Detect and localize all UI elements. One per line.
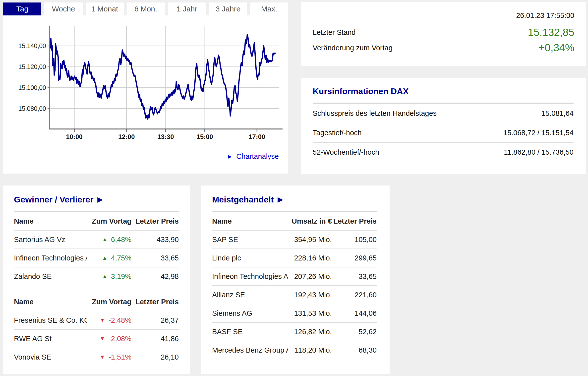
triangle-up-icon: ▲ [102,274,108,279]
last-value-label: Letzter Stand [313,28,356,37]
change-percent: 4,75% [111,254,131,262]
last-price: 105,00 [332,236,377,244]
kursinfo-value: 15.081,64 [541,109,574,118]
stock-name: Infineon Technologies AG [212,272,288,281]
kursinfo-row: 52-Wochentief/-hoch 11.862,80 / 15.736,5… [313,143,574,162]
change-percent: 6,48% [111,236,131,244]
change-label: Veränderung zum Vortag [313,44,393,52]
chartanalyse-label: Chartanalyse [236,152,279,161]
last-price: 33,65 [332,272,377,281]
dax-dashboard: Tag Woche 1 Monat 6 Mon. 1 Jahr 3 Jahre … [0,0,588,376]
last-value: 15.132,85 [528,26,574,38]
tab-1-jahr[interactable]: 1 Jahr [168,2,206,15]
change-percent: -1,51% [109,353,131,361]
change-value: +0,34% [538,42,574,54]
tab-1-monat[interactable]: 1 Monat [86,2,124,15]
volume-value: 228,16 Mio. [288,254,332,262]
stock-name: Allianz SE [212,291,288,299]
meistgehandelt-link[interactable]: Meistgehandelt ▶ [212,194,377,204]
svg-text:15.100,00: 15.100,00 [18,84,46,91]
tab-woche[interactable]: Woche [44,2,82,15]
volume-value: 354,95 Mio. [288,236,332,244]
last-price: 33,65 [131,254,179,262]
most-traded-row: Siemens AG 131,53 Mio. 144,06 [212,304,377,322]
stock-name: SAP SE [212,236,288,244]
gainer-row: Infineon Technologies AG ▲ 4,75% 33,65 [14,249,179,267]
most-traded-header-row: Name Umsatz in € Letzter Preis [212,212,377,230]
last-price: 144,06 [332,309,377,317]
stock-name: Mercedes Benz Group AG… [212,346,288,354]
kursinfo-label: Tagestief/-hoch [313,129,362,137]
triangle-down-icon: ▼ [100,317,105,323]
column-name: Name [14,217,87,225]
last-price: 41,86 [131,335,179,343]
volume-value: 126,82 Mio. [288,328,332,336]
svg-text:17:00: 17:00 [249,133,265,140]
svg-text:10:00: 10:00 [66,133,83,140]
change-percent: -2,08% [109,335,131,343]
last-price: 68,30 [332,346,377,354]
spacer [14,285,179,293]
gainers-header-row: Name Zum Vortag Letzter Preis [14,212,179,230]
loser-row: Fresenius SE & Co. KGaA ▼ -2,48% 26,37 [14,311,179,329]
svg-text:12:00: 12:00 [118,133,135,140]
stock-name: Zalando SE [14,272,87,281]
stock-name: BASF SE [212,328,288,336]
svg-text:15.080,00: 15.080,00 [18,105,46,112]
loser-row: RWE AG St ▼ -2,08% 41,86 [14,330,179,348]
most-traded-row: BASF SE 126,82 Mio. 52,62 [212,323,377,341]
most-traded-row: Allianz SE 192,43 Mio. 221,60 [212,286,377,304]
gainer-row: Sartorius AG Vz ▲ 6,48% 433,90 [14,231,179,249]
quote-card: 26.01.23 17:55:00 Letzter Stand 15.132,8… [301,2,586,66]
last-price: 42,98 [131,272,179,281]
last-price: 433,90 [131,236,179,244]
stock-name: Fresenius SE & Co. KGaA [14,316,87,324]
losers-header-row: Name Zum Vortag Letzter Preis [14,293,179,311]
chart-panel: 15.140,0015.120,0015.100,0015.080,0010:0… [3,15,288,174]
change-row: Veränderung zum Vortag +0,34% [313,40,574,56]
last-price: 52,62 [332,328,377,336]
last-value-row: Letzter Stand 15.132,85 [313,25,574,40]
kursinfo-label: Schlusspreis des letzten Handelstages [313,109,437,118]
svg-text:15.120,00: 15.120,00 [18,63,46,70]
last-price: 26,37 [131,316,179,324]
meistgehandelt-title: Meistgehandelt [212,194,274,204]
kursinfo-row: Tagestief/-hoch 15.068,72 / 15.151,54 [313,123,574,142]
stock-name: Sartorius AG Vz [14,236,87,244]
most-traded-row: Mercedes Benz Group AG… 118,20 Mio. 68,3… [212,341,377,359]
meistgehandelt-panel: Meistgehandelt ▶ Name Umsatz in € Letzte… [201,186,390,374]
column-price: Letzter Preis [131,298,179,306]
stock-name: Linde plc [212,254,288,262]
chartanalyse-link[interactable]: ► Chartanalyse [227,152,279,161]
tab-max[interactable]: Max. [250,2,288,15]
triangle-down-icon: ▼ [100,336,105,341]
triangle-up-icon: ▲ [102,255,108,261]
volume-value: 207,26 Mio. [288,272,332,281]
triangle-right-icon: ► [227,154,233,160]
triangle-right-icon: ▶ [278,196,283,203]
column-change: Zum Vortag [92,298,131,306]
triangle-up-icon: ▲ [102,237,108,242]
column-change: Zum Vortag [92,217,131,225]
stock-name: RWE AG St [14,335,87,343]
volume-value: 131,53 Mio. [288,309,332,317]
gewinner-verlierer-link[interactable]: Gewinner / Verlierer ▶ [14,194,179,204]
column-name: Name [212,217,288,225]
svg-text:15.140,00: 15.140,00 [18,42,46,49]
most-traded-row: Infineon Technologies AG 207,26 Mio. 33,… [212,267,377,285]
kursinfo-title: Kursinformationen DAX [313,86,574,96]
kursinfo-row: Schlusspreis des letzten Handelstages 15… [313,104,574,123]
tab-3-jahre[interactable]: 3 Jahre [209,2,247,15]
kursinfo-value: 11.862,80 / 15.736,50 [504,148,574,156]
tab-6-mon[interactable]: 6 Mon. [127,2,165,15]
column-name: Name [14,298,87,306]
change-percent: -2,48% [109,316,131,324]
stock-name: Siemens AG [212,309,288,317]
triangle-right-icon: ▶ [97,196,103,203]
kursinfo-label: 52-Wochentief/-hoch [313,148,379,156]
most-traded-row: SAP SE 354,95 Mio. 105,00 [212,231,377,249]
quote-timestamp: 26.01.23 17:55:00 [313,11,574,20]
stock-name: Vonovia SE [14,353,87,361]
volume-value: 118,20 Mio. [288,346,332,354]
tab-tag[interactable]: Tag [3,2,41,15]
